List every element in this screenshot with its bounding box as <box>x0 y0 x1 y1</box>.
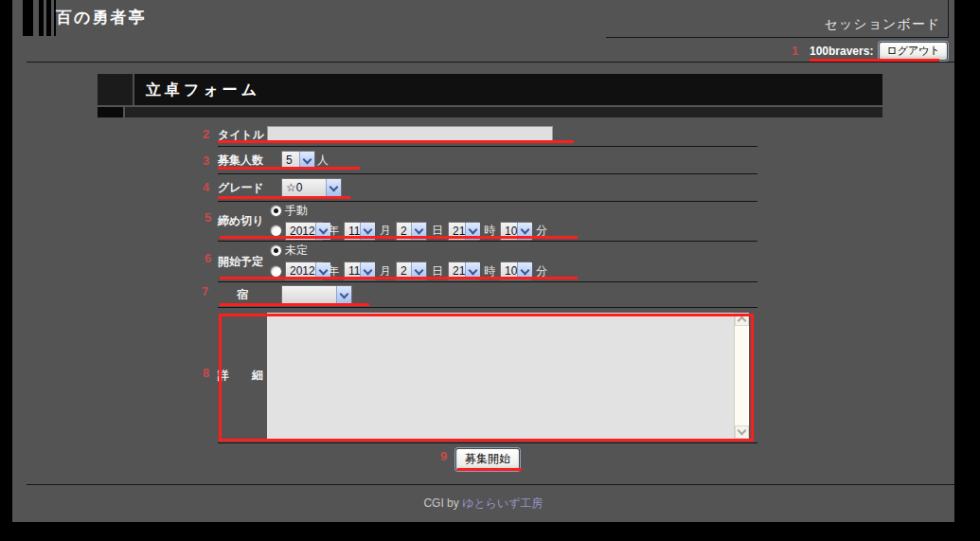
annotation-underline-1 <box>810 59 939 62</box>
start-label: 開始予定 <box>218 254 267 270</box>
logo-bar-icon <box>23 0 33 36</box>
page-title: 立卓フォーム <box>134 74 882 105</box>
footer-divider <box>27 484 954 485</box>
user-bar: 100bravers: ログアウト <box>810 42 948 61</box>
start-undecided-radio[interactable] <box>270 244 282 257</box>
inn-select[interactable] <box>281 285 352 304</box>
grade-select[interactable]: ☆0 <box>281 178 342 197</box>
form-row-title: タイトル <box>218 123 757 147</box>
footer-credit-prefix: CGI by <box>423 496 462 510</box>
annotation-underline-4 <box>218 196 350 199</box>
annotation-underline-6 <box>220 277 578 280</box>
annotation-number-4: 4 <box>203 180 209 194</box>
annotation-number-1: 1 <box>792 44 798 58</box>
deadline-manual-label: 手動 <box>285 203 308 219</box>
page-heading-band: 立卓フォーム <box>98 74 882 117</box>
grade-label: グレード <box>218 180 267 196</box>
deadline-manual-radio[interactable] <box>270 205 282 217</box>
form-row-members: 募集人数 5 人 <box>218 147 757 174</box>
annotation-underline-5 <box>220 236 578 239</box>
annotation-number-6: 6 <box>205 251 211 265</box>
page-content: 百の勇者亭 セッションボード 100bravers: ログアウト 立卓フォーム … <box>12 0 954 522</box>
annotation-number-8: 8 <box>203 366 209 380</box>
start-undecided-label: 未定 <box>285 243 308 259</box>
header-divider <box>27 62 954 63</box>
deadline-label: 締め切り <box>218 213 267 229</box>
footer-credit: CGI by ゆとらいず工房 <box>12 496 954 512</box>
start-date-radio[interactable] <box>270 265 282 278</box>
annotation-number-2: 2 <box>203 127 209 141</box>
annotation-underline-9 <box>457 468 522 471</box>
inn-label: 宿 <box>218 287 267 303</box>
annotation-number-7: 7 <box>202 284 208 298</box>
annotation-underline-7 <box>220 303 369 306</box>
chevron-down-icon[interactable] <box>326 179 341 196</box>
annotation-number-5: 5 <box>205 210 211 225</box>
members-unit: 人 <box>317 153 329 169</box>
heading-accent-bar <box>125 107 882 117</box>
footer-credit-link[interactable]: ゆとらいず工房 <box>462 496 543 510</box>
annotation-underline-2 <box>218 140 574 143</box>
annotation-number-3: 3 <box>203 153 209 168</box>
members-label: 募集人数 <box>218 153 267 169</box>
username-label: 100bravers: <box>810 45 873 58</box>
heading-accent-square <box>98 74 134 105</box>
logo-bar-icon <box>39 0 44 36</box>
chevron-down-icon[interactable] <box>336 286 351 303</box>
nav-session-board[interactable]: セッションボード <box>606 0 949 38</box>
annotation-number-9: 9 <box>440 449 447 463</box>
annotation-underline-3 <box>218 167 360 170</box>
session-board-label: セッションボード <box>825 16 940 33</box>
logo-bar-icon <box>46 0 51 36</box>
site-title: 百の勇者亭 <box>56 7 146 28</box>
heading-accent-square-small <box>98 107 123 117</box>
logout-button[interactable]: ログアウト <box>879 42 947 61</box>
annotation-box-8 <box>219 314 754 442</box>
